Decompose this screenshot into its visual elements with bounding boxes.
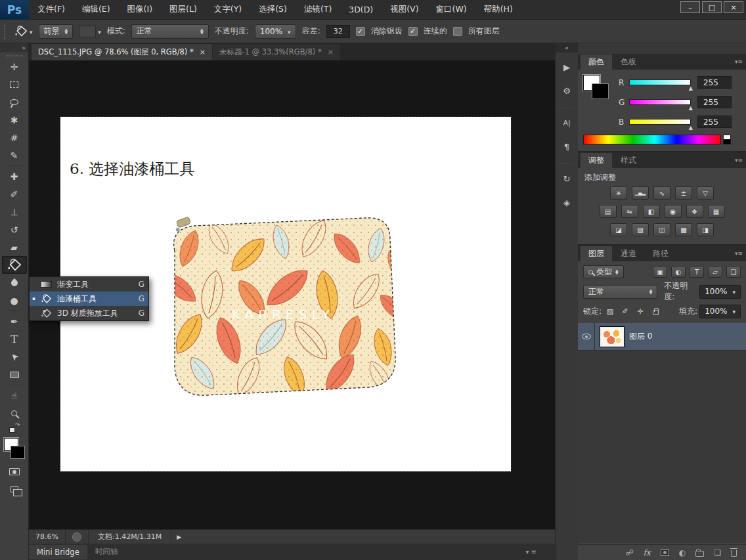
path-selection-tool[interactable]: ➤ bbox=[2, 348, 27, 366]
layer-thumbnail[interactable] bbox=[600, 327, 624, 347]
tab-close-icon[interactable]: × bbox=[328, 48, 334, 56]
maximize-button[interactable]: □ bbox=[702, 1, 722, 13]
tab-close-icon[interactable]: × bbox=[200, 48, 206, 56]
layer-name[interactable]: 图层 0 bbox=[629, 331, 652, 342]
document-tab-inactive[interactable]: 未标题-1 @ 33.3%(RGB/8) * × bbox=[213, 44, 340, 60]
type-tool[interactable]: T bbox=[2, 330, 27, 348]
status-arrow-icon[interactable]: ▶ bbox=[177, 534, 181, 540]
flyout-gradient-tool[interactable]: 渐变工具 G bbox=[30, 277, 148, 291]
flyout-paint-bucket-tool[interactable]: ▪ 油漆桶工具 G bbox=[30, 291, 148, 306]
zoom-tool[interactable] bbox=[2, 404, 27, 422]
lock-transparency-icon[interactable]: ▨ bbox=[603, 305, 617, 317]
menu-3d[interactable]: 3D(D) bbox=[340, 0, 382, 20]
paint-bucket-tool[interactable] bbox=[2, 256, 27, 274]
screen-mode-button[interactable] bbox=[2, 481, 27, 498]
menu-type[interactable]: 文字(Y) bbox=[206, 0, 250, 20]
filter-adjustment-layers-icon[interactable]: ◐ bbox=[671, 266, 686, 278]
lock-pixels-icon[interactable]: ✐ bbox=[619, 305, 632, 317]
history-brush-tool[interactable]: ↺ bbox=[2, 221, 27, 238]
tab-channels[interactable]: 通道 bbox=[613, 246, 644, 261]
red-slider[interactable] bbox=[629, 79, 691, 85]
red-value-field[interactable]: 255 bbox=[697, 76, 732, 89]
layer-row-selected[interactable]: 图层 0 bbox=[578, 323, 746, 351]
antialias-checkbox[interactable] bbox=[356, 27, 365, 36]
spectrum-end-swatches[interactable] bbox=[723, 135, 731, 144]
menu-image[interactable]: 图像(I) bbox=[119, 0, 161, 20]
tolerance-input[interactable] bbox=[326, 25, 350, 38]
filter-smart-object-icon[interactable]: ❏ bbox=[726, 266, 741, 278]
black-white-icon[interactable]: ◧ bbox=[643, 205, 660, 218]
posterize-icon[interactable]: ▨ bbox=[632, 223, 649, 236]
green-slider[interactable] bbox=[629, 99, 691, 105]
contiguous-checkbox[interactable] bbox=[408, 27, 418, 36]
shape-tool[interactable] bbox=[2, 366, 27, 383]
3d-panel-icon[interactable]: ◈ bbox=[558, 193, 577, 211]
panel-menu-icon[interactable] bbox=[735, 250, 743, 257]
actions-panel-icon[interactable]: ▶ bbox=[558, 58, 577, 76]
layer-fill-field[interactable]: 100% bbox=[699, 305, 741, 318]
paint-bucket-options-icon[interactable] bbox=[14, 26, 33, 37]
background-color-swatch[interactable] bbox=[592, 83, 609, 99]
tab-color[interactable]: 颜色 bbox=[581, 54, 612, 70]
dodge-tool[interactable]: ● bbox=[2, 291, 27, 309]
gradient-map-icon[interactable]: ▩ bbox=[675, 223, 692, 236]
invert-icon[interactable]: ◪ bbox=[610, 223, 627, 236]
menu-help[interactable]: 帮助(H) bbox=[475, 0, 521, 20]
filter-pixel-layers-icon[interactable]: ▣ bbox=[653, 266, 667, 278]
pattern-swatch[interactable] bbox=[79, 26, 96, 37]
tab-adjustments[interactable]: 调整 bbox=[581, 153, 612, 168]
marquee-tool[interactable] bbox=[2, 75, 27, 93]
move-tool[interactable]: ✛ bbox=[2, 58, 27, 75]
curves-icon[interactable]: ∿ bbox=[653, 186, 670, 200]
exposure-icon[interactable]: ± bbox=[675, 186, 692, 200]
pattern-dropdown-icon[interactable] bbox=[98, 27, 101, 36]
vibrance-icon[interactable]: ▽ bbox=[697, 186, 714, 200]
collapse-toolbar-icon[interactable]: » bbox=[0, 43, 28, 53]
close-button[interactable]: × bbox=[724, 1, 743, 13]
minimize-button[interactable]: – bbox=[680, 1, 700, 13]
eraser-tool[interactable]: ▰ bbox=[2, 238, 27, 256]
color-balance-icon[interactable]: ⇋ bbox=[621, 205, 638, 218]
status-menu-icon[interactable] bbox=[72, 532, 81, 542]
lock-position-icon[interactable]: ✛ bbox=[634, 305, 647, 317]
channel-mixer-icon[interactable]: ❖ bbox=[686, 205, 703, 218]
lock-all-icon[interactable] bbox=[649, 305, 662, 317]
color-lookup-icon[interactable]: ▦ bbox=[708, 205, 725, 218]
healing-brush-tool[interactable]: ✚ bbox=[2, 167, 27, 185]
menu-view[interactable]: 视图(V) bbox=[382, 0, 427, 20]
green-value-field[interactable]: 255 bbox=[697, 96, 732, 108]
slider-thumb-icon[interactable] bbox=[689, 105, 693, 111]
layer-style-fx-icon[interactable]: fx bbox=[644, 548, 651, 557]
blend-mode-dropdown[interactable]: 正常 bbox=[583, 285, 657, 299]
clone-stamp-tool[interactable]: ⊥ bbox=[2, 203, 27, 221]
fill-source-dropdown[interactable]: 前景 bbox=[39, 24, 74, 39]
opacity-dropdown[interactable]: 100% bbox=[255, 24, 296, 39]
default-colors-button[interactable] bbox=[2, 422, 27, 434]
menu-file[interactable]: 文件(F) bbox=[29, 0, 74, 20]
layer-filter-dropdown[interactable]: 类型 bbox=[583, 265, 624, 278]
filter-type-layers-icon[interactable]: T bbox=[690, 266, 704, 278]
brightness-contrast-icon[interactable]: ☀ bbox=[610, 186, 627, 200]
hue-saturation-icon[interactable]: ▤ bbox=[600, 205, 617, 218]
eyedropper-tool[interactable]: ✎ bbox=[2, 146, 27, 164]
add-layer-mask-icon[interactable] bbox=[661, 549, 669, 556]
slider-thumb-icon[interactable] bbox=[689, 125, 693, 131]
magic-wand-tool[interactable]: ✱ bbox=[2, 111, 27, 129]
menu-window[interactable]: 窗口(W) bbox=[428, 0, 475, 20]
panel-menu-icon[interactable] bbox=[735, 157, 743, 163]
bottom-panel-menu-icon[interactable] bbox=[525, 548, 537, 555]
quick-mask-button[interactable] bbox=[2, 463, 27, 481]
new-layer-icon[interactable]: ❏ bbox=[714, 548, 721, 557]
properties-panel-icon[interactable]: ⚙ bbox=[558, 81, 577, 100]
lasso-tool[interactable] bbox=[2, 93, 27, 111]
new-group-icon[interactable] bbox=[695, 551, 704, 557]
hand-tool[interactable]: ☝ bbox=[2, 387, 27, 404]
menu-edit[interactable]: 编辑(E) bbox=[74, 0, 119, 20]
threshold-icon[interactable]: ◫ bbox=[653, 223, 670, 236]
link-layers-icon[interactable]: ☍ bbox=[625, 548, 633, 557]
mode-dropdown[interactable]: 正常 bbox=[131, 24, 209, 39]
brush-tool[interactable]: ✐ bbox=[2, 185, 27, 203]
history-panel-icon[interactable]: ↻ bbox=[558, 169, 577, 188]
tab-timeline[interactable]: 时间轴 bbox=[87, 544, 126, 559]
expand-panels-icon[interactable]: « bbox=[556, 43, 578, 53]
